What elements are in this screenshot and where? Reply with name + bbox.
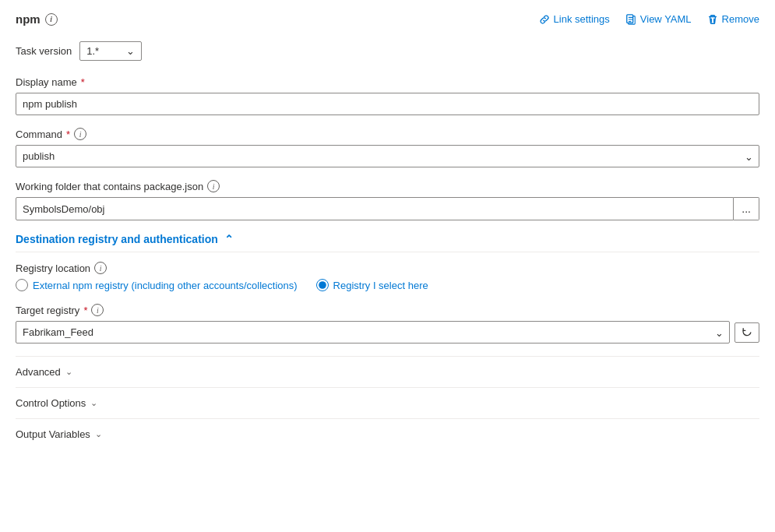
destination-collapse-icon[interactable]: ⌃ [224, 233, 234, 245]
display-name-required: * [81, 76, 85, 88]
command-label: Command * i [16, 128, 759, 140]
refresh-icon [742, 327, 752, 338]
remove-button[interactable]: Remove [707, 13, 759, 25]
registry-location-info-icon[interactable]: i [94, 262, 107, 274]
task-version-select[interactable]: 1.* ⌄ [79, 41, 142, 61]
output-variables-header[interactable]: Output Variables ⌄ [16, 428, 759, 440]
radio-select-here-input[interactable] [316, 279, 329, 291]
radio-select-here-label: Registry I select here [333, 280, 428, 291]
command-select[interactable]: publish install custom [16, 145, 759, 167]
destination-section-header: Destination registry and authentication … [16, 233, 759, 252]
link-settings-button[interactable]: Link settings [539, 13, 610, 25]
control-options-header[interactable]: Control Options ⌄ [16, 397, 759, 409]
working-folder-label: Working folder that contains package.jso… [16, 180, 759, 192]
target-registry-select[interactable]: Fabrikam_Feed [16, 321, 730, 344]
target-registry-dropdown-row: Fabrikam_Feed ⌄ [16, 321, 759, 344]
working-folder-row: Working folder that contains package.jso… [16, 180, 759, 220]
top-actions: Link settings View YAML Remove [539, 13, 759, 25]
command-select-wrapper: publish install custom ⌄ [16, 145, 759, 167]
working-folder-info-icon[interactable]: i [207, 180, 220, 192]
target-registry-required: * [83, 305, 87, 316]
registry-location-label: Registry location i [16, 262, 759, 274]
title-info-icon[interactable]: i [45, 13, 58, 26]
working-folder-input-row: ... [16, 197, 759, 220]
task-title: npm [16, 12, 41, 26]
top-bar: npm i Link settings View YAML Remove [16, 12, 759, 26]
control-options-chevron-icon: ⌄ [90, 398, 97, 408]
target-registry-select-wrapper: Fabrikam_Feed ⌄ [16, 321, 730, 344]
display-name-input[interactable] [16, 93, 759, 115]
command-row: Command * i publish install custom ⌄ [16, 128, 759, 167]
target-registry-label: Target registry * i [16, 304, 759, 316]
task-title-area: npm i [16, 12, 58, 26]
target-registry-refresh-button[interactable] [734, 322, 759, 343]
display-name-label: Display name * [16, 76, 759, 88]
link-icon [539, 14, 550, 25]
advanced-chevron-icon: ⌄ [65, 367, 72, 377]
task-version-row: Task version 1.* ⌄ [16, 41, 759, 61]
task-version-label: Task version [16, 45, 72, 57]
trash-icon [707, 14, 718, 25]
advanced-section: Advanced ⌄ [16, 356, 759, 387]
radio-external-input[interactable] [16, 279, 28, 291]
command-required: * [66, 129, 70, 140]
control-options-section: Control Options ⌄ [16, 387, 759, 418]
radio-select-here[interactable]: Registry I select here [316, 279, 428, 291]
working-folder-input[interactable] [16, 197, 734, 220]
radio-external[interactable]: External npm registry (including other a… [16, 279, 298, 291]
advanced-header[interactable]: Advanced ⌄ [16, 366, 759, 378]
target-registry-row: Target registry * i Fabrikam_Feed ⌄ [16, 304, 759, 344]
output-variables-section: Output Variables ⌄ [16, 418, 759, 449]
registry-location-radio-group: External npm registry (including other a… [16, 279, 759, 291]
output-variables-chevron-icon: ⌄ [95, 429, 102, 439]
target-registry-info-icon[interactable]: i [91, 304, 104, 316]
working-folder-browse-button[interactable]: ... [734, 197, 759, 220]
yaml-icon [625, 14, 636, 25]
version-chevron-icon: ⌄ [126, 45, 135, 57]
display-name-row: Display name * [16, 76, 759, 115]
registry-location-row: Registry location i External npm registr… [16, 262, 759, 291]
radio-external-label: External npm registry (including other a… [33, 280, 298, 291]
view-yaml-button[interactable]: View YAML [625, 13, 692, 25]
command-info-icon[interactable]: i [74, 128, 86, 140]
